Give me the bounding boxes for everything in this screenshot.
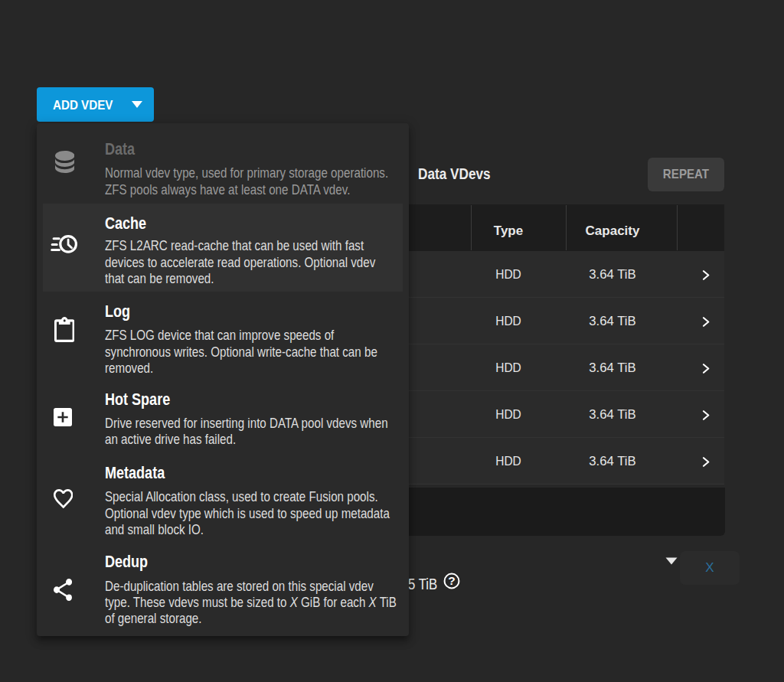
svg-text:?: ? [448,574,455,587]
